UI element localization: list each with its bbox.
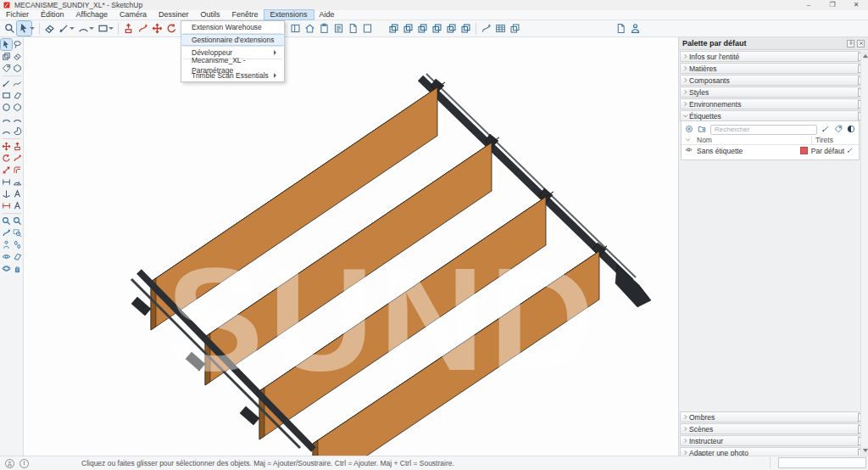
eraser-icon[interactable] [12,51,23,62]
arc-tool-icon[interactable] [1,114,12,125]
generate-report-icon[interactable] [493,21,508,36]
rotate-icon[interactable] [1,153,12,164]
look-around-icon[interactable] [1,251,12,262]
paint-bucket-icon[interactable] [1,63,12,74]
polygon-tool-icon[interactable] [12,102,23,113]
offset-icon[interactable] [12,165,23,176]
close-button[interactable]: ✕ [844,0,868,10]
tray-section-header[interactable]: Styles [680,87,860,98]
protractor-icon[interactable] [12,176,23,187]
tag-tool-button[interactable] [834,125,843,135]
maximize-button[interactable]: ❐ [821,0,844,10]
tag-search-input[interactable] [710,125,817,135]
make-component-icon[interactable] [1,51,12,62]
tray-section-header[interactable]: Environnements [680,98,860,109]
minimize-button[interactable]: – [797,0,821,10]
eraser-icon[interactable] [42,21,57,36]
signin-user-icon[interactable] [628,21,643,36]
menu-item[interactable]: Caméra [114,10,153,20]
zoom-out-icon[interactable] [12,215,23,227]
position-camera-icon[interactable] [1,239,12,250]
geolocation-house-icon[interactable] [303,21,317,36]
notes-icon[interactable] [331,21,346,36]
freehand-tool-icon[interactable] [12,78,23,89]
tray-section-header[interactable]: Instructeur [680,435,860,446]
front-view-icon[interactable] [415,21,430,36]
sample-material-icon[interactable] [12,63,23,74]
select-tool-icon[interactable] [17,21,31,36]
followme-icon[interactable] [12,153,23,164]
move-icon[interactable] [150,21,164,36]
geolocation-icon[interactable] [5,459,14,468]
axes-tool-icon[interactable] [1,188,12,199]
pin-panel-button[interactable] [847,40,854,48]
tag-color-swatch[interactable] [800,147,808,154]
tray-section-header-tags[interactable]: Étiquettes [680,110,860,121]
previous-view-icon[interactable] [1,227,12,238]
zoom-tool-icon[interactable] [3,21,17,36]
menu-item-extension-manager[interactable]: Gestionnaire d'extensions [181,35,284,45]
open-page-icon[interactable] [346,21,360,36]
back-view-icon[interactable] [444,21,459,36]
lasso-select-icon[interactable] [12,39,23,50]
line-tool-icon[interactable] [57,21,71,36]
column-name[interactable]: Nom [697,136,811,144]
menu-item-trimble-scan[interactable]: Trimble Scan Essentials [181,70,284,81]
orbit-icon[interactable] [1,263,12,274]
tray-section-header[interactable]: Matières [680,63,860,74]
tape-measure-icon[interactable] [1,176,12,187]
menu-item[interactable]: Aide [314,10,341,20]
model-canvas[interactable]: SUND [24,37,678,456]
menu-item-extension-warehouse[interactable]: Extension Warehouse [181,22,284,32]
menu-item[interactable]: Outils [194,10,225,20]
followme-icon[interactable] [136,21,150,36]
purge-tags-button[interactable] [847,125,855,135]
blank-sheet-icon[interactable] [360,21,375,36]
zoom-in-icon[interactable] [1,215,12,227]
menu-item[interactable]: Fichier [0,10,35,20]
left-view-icon[interactable] [459,21,473,36]
rotated-rectangle-icon[interactable] [12,90,23,101]
menu-item[interactable]: Édition [35,10,70,20]
new-document-icon[interactable] [614,21,628,36]
select-tool-icon[interactable] [1,39,12,50]
visibility-eye-icon[interactable] [685,146,697,155]
scroll-down-button[interactable] [862,447,868,455]
add-tag-folder-button[interactable] [698,125,706,135]
rectangle-tool-icon[interactable] [1,90,12,101]
move-icon[interactable] [1,141,12,152]
two-point-arc-icon[interactable] [12,114,23,125]
pushpull-icon[interactable] [121,21,136,36]
menu-item-mecanisme-xl[interactable]: Mecanisme_XL - Paramétrage [181,60,284,70]
edit-pencil-icon[interactable] [847,147,855,155]
text-tool-icon[interactable] [12,188,23,199]
column-dashes[interactable]: Tirets [811,136,855,144]
info-icon[interactable] [19,459,29,468]
rectangle-tool-icon[interactable] [96,21,110,36]
tag-row-untagged[interactable]: Sans étiquette Par défaut [682,145,859,156]
tray-section-header[interactable]: Composants [680,75,860,86]
measurements-input[interactable] [778,457,866,468]
close-panel-button[interactable] [857,40,865,48]
layout-window-icon[interactable] [288,21,303,36]
sort-chevron-icon[interactable] [685,136,697,144]
add-tag-button[interactable] [685,125,693,135]
circle-tool-icon[interactable] [1,102,12,113]
scroll-up-button[interactable] [862,52,868,59]
dimension-tool-icon[interactable] [1,200,12,211]
tray-section-header[interactable]: Ombres [680,411,860,422]
tray-section-header[interactable]: Infos sur l'entité [680,51,860,62]
right-view-icon[interactable] [430,21,444,36]
threed-text-icon[interactable] [12,200,23,211]
menu-item[interactable]: Affichage [70,10,114,20]
menu-item[interactable]: Dessiner [153,10,195,20]
three-point-arc-icon[interactable] [1,126,12,137]
line-tool-icon[interactable] [1,78,12,89]
pan-icon[interactable] [12,263,23,274]
clipboard-icon[interactable] [317,21,331,36]
walk-tool-icon[interactable] [12,239,23,250]
pie-tool-icon[interactable] [12,126,23,137]
rotate-icon[interactable] [164,21,179,36]
section-plane-icon[interactable] [12,251,23,262]
tag-dashes-value[interactable]: Par défaut [811,147,844,155]
